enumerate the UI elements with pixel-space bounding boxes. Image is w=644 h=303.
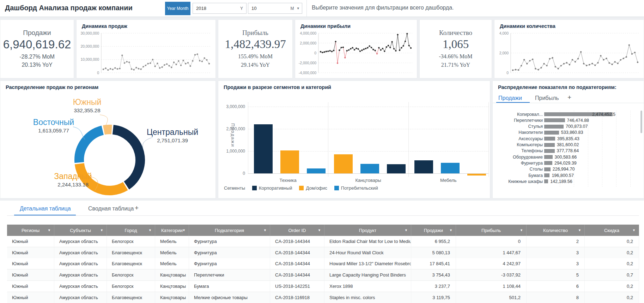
month-value[interactable]: 10 bbox=[248, 6, 290, 11]
table-cell: 1 447,67 bbox=[456, 247, 527, 258]
donut-slice-0[interactable] bbox=[113, 130, 140, 185]
column-header-label: Продажи bbox=[424, 228, 443, 233]
page-title: Дашборд Анализа продаж компании bbox=[5, 4, 133, 12]
table-cell: Фурнитура bbox=[189, 247, 270, 258]
table-row[interactable]: ЮжныйАмурская областьБелогорскКанцтовары… bbox=[7, 269, 639, 281]
table-cell: Амурская область bbox=[54, 247, 107, 258]
table-cell: Xerox 1898 bbox=[324, 281, 411, 292]
sales-trend-title: Динамика продаж bbox=[82, 23, 127, 29]
year-filter-input[interactable]: 2018 Y bbox=[193, 3, 247, 14]
subcategory-value: 300,583.66 bbox=[555, 155, 577, 160]
table-cell: 3 754,43 bbox=[411, 269, 456, 280]
tab-detail-table[interactable]: Детальная таблица bbox=[20, 206, 71, 212]
year-value[interactable]: 2018 bbox=[193, 6, 240, 11]
column-filter-icon[interactable]: ▼ bbox=[48, 228, 51, 232]
quantity-trend-panel: Динамики количества 4,0002,0000 bbox=[494, 19, 644, 78]
subcategory-bar[interactable] bbox=[544, 137, 555, 141]
subcategory-value: 196,800.57 bbox=[552, 173, 574, 178]
table-cell: 6 bbox=[527, 281, 585, 292]
column-header-Скидка[interactable]: Скидка▼ bbox=[585, 225, 639, 236]
chevron-down-icon[interactable]: ▾ bbox=[297, 6, 302, 11]
column-filter-icon[interactable]: ▼ bbox=[578, 228, 581, 232]
subcategory-row: Телефоны377,778.64 bbox=[505, 148, 643, 154]
table-row[interactable]: ЮжныйАмурская областьБелогорскМебельФурн… bbox=[7, 236, 639, 247]
column-filter-icon[interactable]: ▼ bbox=[100, 228, 103, 232]
bar-Канцтовары-Корпоративный[interactable] bbox=[387, 164, 406, 173]
table-cell: Благовещенск bbox=[107, 292, 155, 303]
table-cell: Южный bbox=[7, 281, 54, 292]
bar-Мебель-Потребительский[interactable] bbox=[441, 163, 460, 173]
subcategory-name: Компьютеры bbox=[505, 142, 543, 147]
subcategory-scrollbar[interactable] bbox=[640, 111, 642, 133]
table-cell: 0,2 bbox=[585, 258, 639, 269]
legend-item-label[interactable]: Потребительский bbox=[341, 185, 378, 191]
subcategory-value: 533,860.83 bbox=[561, 130, 583, 135]
column-filter-icon[interactable]: ▼ bbox=[449, 228, 452, 232]
subcategory-name: Оборудование bbox=[505, 155, 543, 160]
subcategory-bar[interactable] bbox=[544, 131, 559, 135]
bar-Мебель-Дом/офис[interactable] bbox=[467, 174, 486, 176]
table-cell: 5 bbox=[527, 269, 585, 280]
bar-Техника-Потребительский[interactable] bbox=[307, 168, 326, 173]
subcategory-bar[interactable] bbox=[544, 155, 553, 159]
column-header-Категории[interactable]: Категории▼ bbox=[155, 225, 189, 236]
bar-Мебель-Корпоративный[interactable] bbox=[414, 160, 433, 173]
column-header-Продукт[interactable]: Продукт▼ bbox=[324, 225, 411, 236]
bar-Техника-Дом/офис[interactable] bbox=[280, 150, 299, 173]
column-header-Регионы[interactable]: Регионы▼ bbox=[7, 225, 54, 236]
legend-item-label[interactable]: Дом/офис bbox=[306, 185, 327, 191]
table-cell: Южный bbox=[7, 247, 54, 258]
legend-item-label[interactable]: Корпоративный bbox=[259, 185, 292, 191]
bar-Канцтовары-Потребительский[interactable] bbox=[360, 164, 379, 173]
tab-summary-table[interactable]: Сводная таблица bbox=[88, 206, 134, 212]
table-row[interactable]: ЮжныйАмурская областьБелогорскКанцтовары… bbox=[7, 281, 639, 292]
subcategory-bar[interactable] bbox=[544, 125, 564, 129]
column-filter-icon[interactable]: ▼ bbox=[148, 228, 152, 232]
subcategory-bar[interactable] bbox=[544, 167, 551, 171]
table-cell: Южный bbox=[7, 258, 54, 269]
column-filter-icon[interactable]: ▼ bbox=[405, 228, 408, 232]
subcategory-bar[interactable] bbox=[544, 173, 549, 177]
month-unit-label: M bbox=[290, 6, 297, 11]
column-filter-icon[interactable]: ▼ bbox=[632, 228, 636, 232]
subcategory-value: 700,873.07 bbox=[566, 124, 588, 129]
column-filter-icon[interactable]: ▼ bbox=[318, 228, 321, 232]
column-header-Order ID[interactable]: Order ID▼ bbox=[270, 225, 324, 236]
subcategory-bar[interactable] bbox=[544, 161, 552, 165]
month-filter-input[interactable]: 10 M ▾ bbox=[248, 3, 302, 14]
table-cell: 2 bbox=[527, 236, 585, 247]
subcategory-value: 381,600.02 bbox=[557, 142, 579, 147]
table-row[interactable]: ЮжныйАмурская областьБлаговещенскМебельФ… bbox=[7, 258, 639, 269]
kpi-card-quantity: Количество 1,065 -34.66% MoM21.71% YoY bbox=[419, 19, 492, 78]
column-header-Прибыль[interactable]: Прибыль▼ bbox=[456, 225, 527, 236]
column-header-Субъекты[interactable]: Субъекты▼ bbox=[54, 225, 107, 236]
column-header-label: Скидка bbox=[604, 228, 619, 233]
subcategory-bar[interactable] bbox=[544, 149, 555, 153]
table-cell: -3 037,92 bbox=[456, 269, 527, 280]
column-header-Город[interactable]: Город▼ bbox=[107, 225, 155, 236]
subcategory-value: 142,189.56 bbox=[550, 179, 572, 184]
column-filter-icon[interactable]: ▼ bbox=[263, 228, 267, 232]
table-row[interactable]: ЮжныйАмурская областьБлаговещенскКанцтов… bbox=[7, 292, 639, 303]
column-filter-icon[interactable]: ▼ bbox=[182, 228, 186, 232]
bar-Техника-Корпоративный[interactable] bbox=[254, 124, 273, 173]
table-header-row: Регионы▼Субъекты▼Город▼Категории▼Подкате… bbox=[7, 225, 639, 236]
subcategory-bar[interactable] bbox=[544, 118, 565, 122]
column-header-Количество[interactable]: Количество▼ bbox=[527, 225, 585, 236]
add-table-tab-button[interactable]: + bbox=[135, 204, 139, 212]
column-header-Продажи[interactable]: Продажи▼ bbox=[411, 225, 456, 236]
donut-slice-3[interactable] bbox=[104, 130, 111, 130]
table-row[interactable]: ЮжныйАмурская областьБлаговещенскМебельФ… bbox=[7, 247, 639, 259]
column-header-Подкатегория[interactable]: Подкатегория▼ bbox=[189, 225, 270, 236]
column-filter-icon[interactable]: ▼ bbox=[520, 228, 523, 232]
subcategory-name: Накопители bbox=[505, 130, 543, 135]
table-cell: Южный bbox=[7, 292, 54, 303]
donut-label-value: 2,751,071.39 bbox=[142, 137, 203, 143]
subcategory-bar[interactable] bbox=[544, 143, 555, 147]
subcategory-name: Столы bbox=[505, 167, 543, 172]
filter-field-button[interactable]: Year Month bbox=[165, 2, 190, 15]
bar-Канцтовары-Дом/офис[interactable] bbox=[334, 154, 353, 173]
subcategory-bar[interactable] bbox=[544, 179, 548, 183]
quantity-trend-chart: 4,0002,0000 bbox=[496, 30, 642, 77]
donut-slice-2[interactable] bbox=[79, 130, 103, 162]
